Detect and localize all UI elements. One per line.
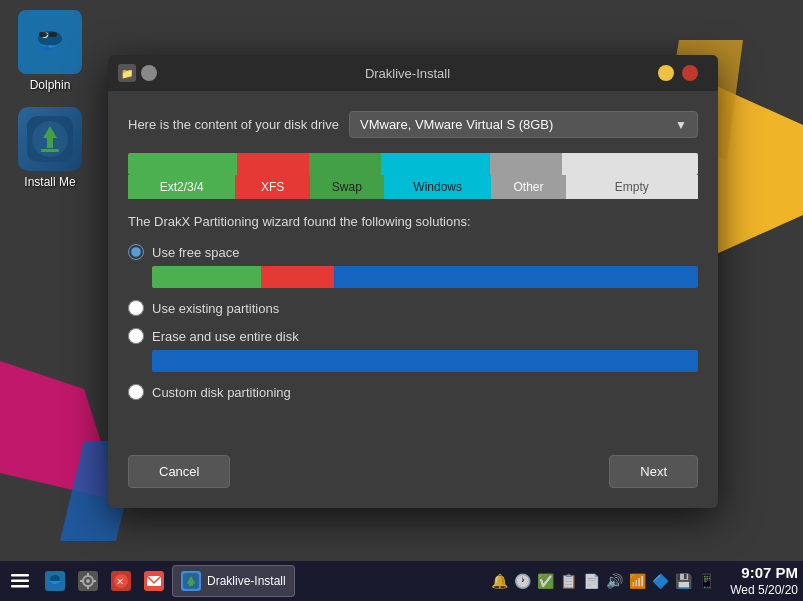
wizard-text: The DrakX Partitioning wizard found the … (128, 214, 698, 229)
taskbar-menu-btn[interactable] (5, 566, 35, 596)
option-erase-entire-row: Erase and use entire disk (128, 328, 698, 344)
taskbar-app-mail[interactable] (139, 566, 169, 596)
disk-dropdown[interactable]: VMware, VMware Virtual S (8GB) ▼ (349, 111, 698, 138)
legend-empty: Empty (566, 175, 698, 199)
tray-device-icon[interactable]: 📱 (698, 573, 715, 589)
tray-bluetooth-icon[interactable]: 🔷 (652, 573, 669, 589)
desktop-icons-area: Dolphin Install Me (10, 10, 90, 204)
free-space-bar (152, 266, 698, 288)
taskbar-right: 🔔 🕐 ✅ 📋 📄 🔊 📶 🔷 💾 📱 9:07 PM Wed 5/20/20 (491, 563, 798, 598)
tray-volume-icon[interactable]: 🔊 (606, 573, 623, 589)
option-use-existing: Use existing partitions (128, 300, 698, 316)
disk-selector-row: Here is the content of your disk drive V… (128, 111, 698, 138)
titlebar-btn-maximize[interactable] (141, 65, 157, 81)
option-use-existing-row: Use existing partitions (128, 300, 698, 316)
svg-point-18 (86, 579, 90, 583)
option-use-free-space-row: Use free space (128, 244, 698, 260)
taskbar-draklive-icon (181, 571, 201, 591)
partition-windows (381, 153, 490, 175)
svg-rect-4 (39, 32, 47, 37)
label-custom[interactable]: Custom disk partitioning (152, 385, 291, 400)
option-custom-row: Custom disk partitioning (128, 384, 698, 400)
taskbar-draklive-label: Draklive-Install (207, 574, 286, 588)
titlebar-icon-folder: 📁 (118, 64, 136, 82)
svg-rect-13 (11, 585, 29, 588)
tray-icons: 🔔 🕐 ✅ 📋 📄 🔊 📶 🔷 💾 📱 (491, 573, 715, 589)
free-space-bar-blue (334, 266, 698, 288)
partition-bar (128, 153, 698, 175)
radio-use-free-space[interactable] (128, 244, 144, 260)
dialog-titlebar: 📁 Draklive-Install (108, 55, 718, 91)
partitioning-options: Use free space Use existing partitions (128, 244, 698, 400)
tray-file-icon[interactable]: 📄 (583, 573, 600, 589)
legend-xfs: XFS (235, 175, 309, 199)
svg-rect-21 (80, 580, 83, 582)
svg-rect-10 (41, 149, 59, 152)
svg-text:✕: ✕ (116, 576, 124, 587)
free-space-bar-red (261, 266, 334, 288)
clock-date: Wed 5/20/20 (730, 583, 798, 599)
disk-dropdown-arrow-icon: ▼ (675, 118, 687, 132)
label-use-existing[interactable]: Use existing partitions (152, 301, 279, 316)
partition-bar-container: Ext2/3/4 XFS Swap Windows Other Empty (128, 153, 698, 199)
svg-rect-5 (49, 32, 57, 37)
legend-windows: Windows (384, 175, 491, 199)
next-button[interactable]: Next (609, 455, 698, 488)
tray-check-icon[interactable]: ✅ (537, 573, 554, 589)
legend-swap: Swap (310, 175, 384, 199)
svg-rect-12 (11, 580, 29, 583)
desktop-icon-install[interactable]: Install Me (10, 107, 90, 189)
install-icon-label: Install Me (24, 175, 75, 189)
dialog-footer: Cancel Next (108, 445, 718, 508)
tray-wifi-icon[interactable]: 📶 (629, 573, 646, 589)
partition-other (490, 153, 562, 175)
svg-rect-30 (189, 584, 193, 586)
legend-ext2-3-4: Ext2/3/4 (128, 175, 235, 199)
svg-rect-11 (11, 574, 29, 577)
label-use-free-space[interactable]: Use free space (152, 245, 239, 260)
svg-rect-20 (87, 586, 89, 589)
option-custom: Custom disk partitioning (128, 384, 698, 400)
dialog-body: Here is the content of your disk drive V… (108, 91, 718, 445)
tray-storage-icon[interactable]: 💾 (675, 573, 692, 589)
option-erase-entire: Erase and use entire disk (128, 328, 698, 372)
partition-swap (309, 153, 381, 175)
titlebar-close-btn[interactable] (682, 65, 698, 81)
desktop-icon-dolphin[interactable]: Dolphin (10, 10, 90, 92)
taskbar: ✕ Draklive-Install 🔔 🕐 (0, 561, 803, 601)
taskbar-draklive-app[interactable]: Draklive-Install (172, 565, 295, 597)
taskbar-apps: ✕ Draklive-Install (40, 565, 295, 597)
clock-time: 9:07 PM (730, 563, 798, 583)
install-icon (18, 107, 82, 171)
titlebar-minimize-btn[interactable] (658, 65, 674, 81)
draklive-dialog: 📁 Draklive-Install Here is the content o… (108, 55, 718, 508)
partition-xfs (237, 153, 309, 175)
dolphin-icon-label: Dolphin (30, 78, 71, 92)
erase-disk-bar (152, 350, 698, 372)
erase-disk-bar-blue (152, 350, 698, 372)
label-erase-entire[interactable]: Erase and use entire disk (152, 329, 299, 344)
partition-ext (128, 153, 237, 175)
titlebar-controls (658, 65, 698, 81)
taskbar-app-dolphin[interactable] (40, 566, 70, 596)
disk-drive-label: Here is the content of your disk drive (128, 117, 339, 132)
cancel-button[interactable]: Cancel (128, 455, 230, 488)
system-clock[interactable]: 9:07 PM Wed 5/20/20 (730, 563, 798, 598)
tray-bell-icon[interactable]: 🔔 (491, 573, 508, 589)
svg-rect-22 (93, 580, 96, 582)
partition-legend: Ext2/3/4 XFS Swap Windows Other Empty (128, 175, 698, 199)
taskbar-left (5, 566, 35, 596)
svg-rect-19 (87, 573, 89, 576)
dolphin-icon (18, 10, 82, 74)
dialog-title: Draklive-Install (157, 66, 658, 81)
taskbar-app-game[interactable]: ✕ (106, 566, 136, 596)
option-use-free-space: Use free space (128, 244, 698, 288)
free-space-bar-green (152, 266, 261, 288)
radio-custom[interactable] (128, 384, 144, 400)
radio-erase-entire[interactable] (128, 328, 144, 344)
tray-clipboard-icon[interactable]: 📋 (560, 573, 577, 589)
tray-clock-icon[interactable]: 🕐 (514, 573, 531, 589)
partition-empty (562, 153, 698, 175)
radio-use-existing[interactable] (128, 300, 144, 316)
taskbar-app-config[interactable] (73, 566, 103, 596)
